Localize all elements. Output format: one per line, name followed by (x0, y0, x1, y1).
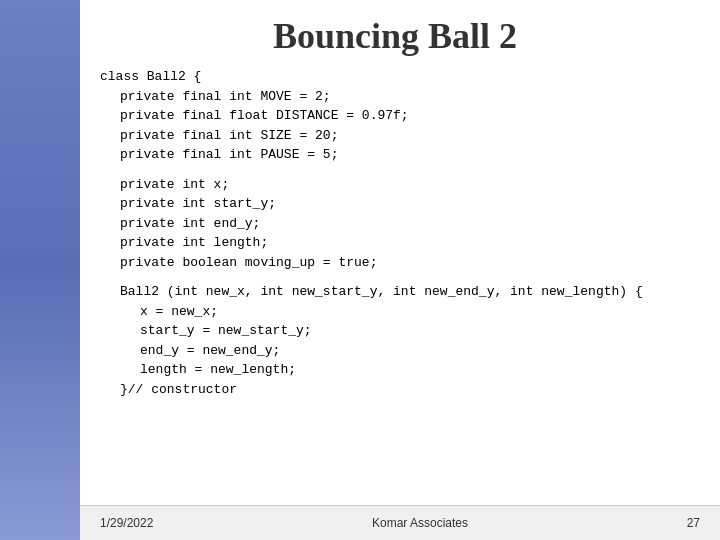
content-area: Bouncing Ball 2 class Ball2 { private fi… (80, 0, 720, 540)
code-line-11: private boolean moving_up = true; (100, 253, 690, 273)
code-line-14: x = new_x; (100, 302, 690, 322)
footer-date: 1/29/2022 (100, 516, 153, 530)
code-line-2: private final int MOVE = 2; (100, 87, 690, 107)
footer: 1/29/2022 Komar Associates 27 (80, 505, 720, 540)
code-block: class Ball2 { private final int MOVE = 2… (100, 67, 690, 530)
code-line-10: private int length; (100, 233, 690, 253)
spacer-2 (100, 272, 690, 282)
slide-title: Bouncing Ball 2 (100, 10, 690, 57)
code-line-15: start_y = new_start_y; (100, 321, 690, 341)
footer-page: 27 (687, 516, 700, 530)
code-line-9: private int end_y; (100, 214, 690, 234)
code-line-8: private int start_y; (100, 194, 690, 214)
code-line-1: class Ball2 { (100, 67, 690, 87)
slide: Bouncing Ball 2 class Ball2 { private fi… (0, 0, 720, 540)
code-line-5: private final int PAUSE = 5; (100, 145, 690, 165)
code-line-16: end_y = new_end_y; (100, 341, 690, 361)
spacer-1 (100, 165, 690, 175)
code-line-3: private final float DISTANCE = 0.97f; (100, 106, 690, 126)
left-decoration (0, 0, 80, 540)
code-line-4: private final int SIZE = 20; (100, 126, 690, 146)
code-line-13: Ball2 (int new_x, int new_start_y, int n… (100, 282, 690, 302)
footer-company: Komar Associates (372, 516, 468, 530)
code-line-18: }// constructor (100, 380, 690, 400)
code-line-7: private int x; (100, 175, 690, 195)
code-line-17: length = new_length; (100, 360, 690, 380)
